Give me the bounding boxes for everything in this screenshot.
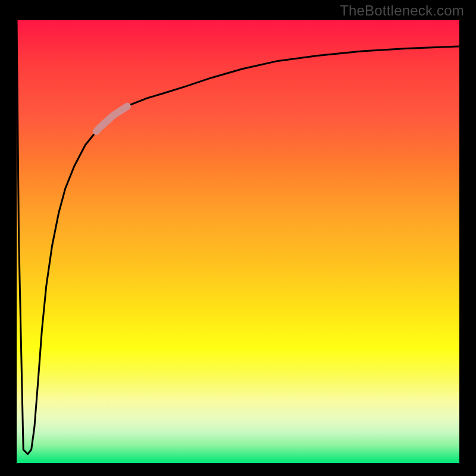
chart-area (12, 15, 464, 468)
curve-highlight (96, 107, 127, 131)
curve-main (17, 20, 459, 454)
chart-svg (17, 20, 459, 463)
